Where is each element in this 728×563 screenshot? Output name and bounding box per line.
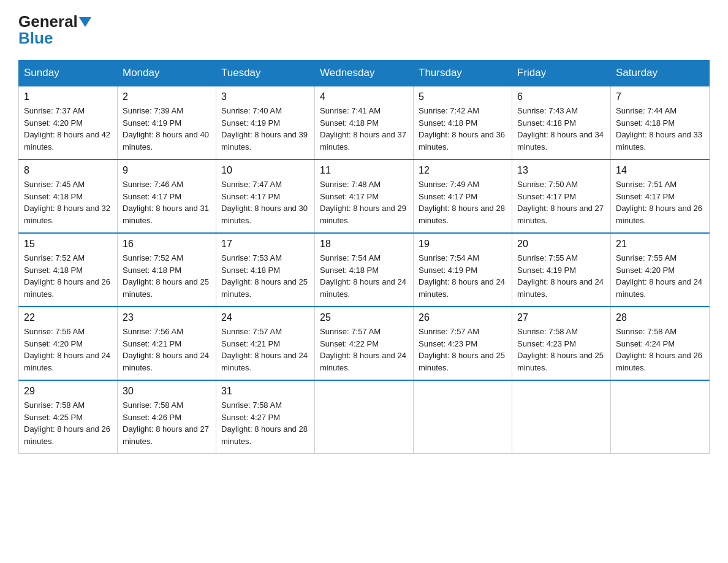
- day-number: 11: [320, 165, 408, 176]
- calendar-cell: 8 Sunrise: 7:45 AM Sunset: 4:18 PM Dayli…: [19, 159, 118, 233]
- day-number: 4: [320, 91, 408, 102]
- day-info: Sunrise: 7:58 AM Sunset: 4:25 PM Dayligh…: [24, 399, 112, 447]
- day-info: Sunrise: 7:51 AM Sunset: 4:17 PM Dayligh…: [616, 178, 704, 226]
- day-number: 29: [24, 386, 112, 397]
- day-info: Sunrise: 7:55 AM Sunset: 4:19 PM Dayligh…: [517, 252, 605, 300]
- weekday-header-monday: Monday: [118, 61, 216, 86]
- day-info: Sunrise: 7:42 AM Sunset: 4:18 PM Dayligh…: [419, 105, 507, 153]
- calendar-cell: 14 Sunrise: 7:51 AM Sunset: 4:17 PM Dayl…: [611, 159, 710, 233]
- day-number: 24: [221, 312, 309, 323]
- day-info: Sunrise: 7:39 AM Sunset: 4:19 PM Dayligh…: [123, 105, 211, 153]
- calendar-cell: 24 Sunrise: 7:57 AM Sunset: 4:21 PM Dayl…: [216, 307, 315, 380]
- weekday-header-sunday: Sunday: [19, 61, 118, 86]
- calendar-cell: 15 Sunrise: 7:52 AM Sunset: 4:18 PM Dayl…: [19, 233, 118, 307]
- weekday-header-saturday: Saturday: [611, 61, 710, 86]
- calendar-cell: [414, 380, 512, 454]
- calendar-cell: 1 Sunrise: 7:37 AM Sunset: 4:20 PM Dayli…: [19, 86, 118, 159]
- day-info: Sunrise: 7:50 AM Sunset: 4:17 PM Dayligh…: [517, 178, 605, 226]
- calendar-header-row: SundayMondayTuesdayWednesdayThursdayFrid…: [19, 61, 710, 86]
- calendar-cell: 3 Sunrise: 7:40 AM Sunset: 4:19 PM Dayli…: [216, 86, 315, 159]
- calendar-cell: 28 Sunrise: 7:58 AM Sunset: 4:24 PM Dayl…: [611, 307, 710, 380]
- day-info: Sunrise: 7:58 AM Sunset: 4:24 PM Dayligh…: [616, 326, 704, 373]
- calendar-cell: 4 Sunrise: 7:41 AM Sunset: 4:18 PM Dayli…: [315, 86, 414, 159]
- day-number: 27: [517, 312, 605, 323]
- calendar-cell: 2 Sunrise: 7:39 AM Sunset: 4:19 PM Dayli…: [118, 86, 216, 159]
- calendar-week-row: 15 Sunrise: 7:52 AM Sunset: 4:18 PM Dayl…: [19, 233, 710, 307]
- day-number: 6: [517, 91, 605, 102]
- day-info: Sunrise: 7:55 AM Sunset: 4:20 PM Dayligh…: [616, 252, 704, 300]
- day-info: Sunrise: 7:45 AM Sunset: 4:18 PM Dayligh…: [24, 178, 112, 226]
- day-number: 5: [419, 91, 507, 102]
- day-info: Sunrise: 7:56 AM Sunset: 4:20 PM Dayligh…: [24, 326, 112, 373]
- day-number: 3: [221, 91, 309, 102]
- day-number: 25: [320, 312, 408, 323]
- calendar-cell: 13 Sunrise: 7:50 AM Sunset: 4:17 PM Dayl…: [512, 159, 611, 233]
- calendar-cell: 22 Sunrise: 7:56 AM Sunset: 4:20 PM Dayl…: [19, 307, 118, 380]
- calendar-cell: 19 Sunrise: 7:54 AM Sunset: 4:19 PM Dayl…: [414, 233, 512, 307]
- calendar-week-row: 1 Sunrise: 7:37 AM Sunset: 4:20 PM Dayli…: [19, 86, 710, 159]
- day-info: Sunrise: 7:49 AM Sunset: 4:17 PM Dayligh…: [419, 178, 507, 226]
- day-info: Sunrise: 7:52 AM Sunset: 4:18 PM Dayligh…: [24, 252, 112, 300]
- calendar-cell: 31 Sunrise: 7:58 AM Sunset: 4:27 PM Dayl…: [216, 380, 315, 454]
- day-info: Sunrise: 7:57 AM Sunset: 4:21 PM Dayligh…: [221, 326, 309, 373]
- calendar-cell: 7 Sunrise: 7:44 AM Sunset: 4:18 PM Dayli…: [611, 86, 710, 159]
- calendar-cell: [611, 380, 710, 454]
- day-number: 15: [24, 239, 112, 250]
- day-number: 18: [320, 239, 408, 250]
- day-number: 19: [419, 239, 507, 250]
- day-number: 8: [24, 165, 112, 176]
- calendar-cell: 25 Sunrise: 7:57 AM Sunset: 4:22 PM Dayl…: [315, 307, 414, 380]
- day-number: 2: [123, 91, 211, 102]
- calendar-week-row: 8 Sunrise: 7:45 AM Sunset: 4:18 PM Dayli…: [19, 159, 710, 233]
- day-info: Sunrise: 7:53 AM Sunset: 4:18 PM Dayligh…: [221, 252, 309, 300]
- day-info: Sunrise: 7:40 AM Sunset: 4:19 PM Dayligh…: [221, 105, 309, 153]
- day-number: 16: [123, 239, 211, 250]
- logo: General Blue: [18, 12, 93, 48]
- calendar-cell: 17 Sunrise: 7:53 AM Sunset: 4:18 PM Dayl…: [216, 233, 315, 307]
- logo-triangle-icon: [79, 17, 91, 27]
- day-number: 30: [123, 386, 211, 397]
- calendar-cell: 12 Sunrise: 7:49 AM Sunset: 4:17 PM Dayl…: [414, 159, 512, 233]
- calendar-cell: 5 Sunrise: 7:42 AM Sunset: 4:18 PM Dayli…: [414, 86, 512, 159]
- calendar-cell: 29 Sunrise: 7:58 AM Sunset: 4:25 PM Dayl…: [19, 380, 118, 454]
- day-info: Sunrise: 7:37 AM Sunset: 4:20 PM Dayligh…: [24, 105, 112, 153]
- calendar-week-row: 29 Sunrise: 7:58 AM Sunset: 4:25 PM Dayl…: [19, 380, 710, 454]
- calendar-cell: [315, 380, 414, 454]
- logo-blue-text: Blue: [18, 29, 53, 47]
- day-number: 20: [517, 239, 605, 250]
- calendar-cell: 21 Sunrise: 7:55 AM Sunset: 4:20 PM Dayl…: [611, 233, 710, 307]
- calendar-cell: [512, 380, 611, 454]
- day-info: Sunrise: 7:52 AM Sunset: 4:18 PM Dayligh…: [123, 252, 211, 300]
- calendar-table: SundayMondayTuesdayWednesdayThursdayFrid…: [18, 60, 710, 454]
- calendar-cell: 26 Sunrise: 7:57 AM Sunset: 4:23 PM Dayl…: [414, 307, 512, 380]
- day-number: 13: [517, 165, 605, 176]
- day-number: 7: [616, 91, 704, 102]
- day-info: Sunrise: 7:56 AM Sunset: 4:21 PM Dayligh…: [123, 326, 211, 373]
- day-info: Sunrise: 7:41 AM Sunset: 4:18 PM Dayligh…: [320, 105, 408, 153]
- calendar-cell: 9 Sunrise: 7:46 AM Sunset: 4:17 PM Dayli…: [118, 159, 216, 233]
- day-info: Sunrise: 7:46 AM Sunset: 4:17 PM Dayligh…: [123, 178, 211, 226]
- day-info: Sunrise: 7:43 AM Sunset: 4:18 PM Dayligh…: [517, 105, 605, 153]
- calendar-cell: 23 Sunrise: 7:56 AM Sunset: 4:21 PM Dayl…: [118, 307, 216, 380]
- day-number: 10: [221, 165, 309, 176]
- calendar-cell: 11 Sunrise: 7:48 AM Sunset: 4:17 PM Dayl…: [315, 159, 414, 233]
- day-info: Sunrise: 7:58 AM Sunset: 4:26 PM Dayligh…: [123, 399, 211, 447]
- day-info: Sunrise: 7:44 AM Sunset: 4:18 PM Dayligh…: [616, 105, 704, 153]
- day-number: 21: [616, 239, 704, 250]
- weekday-header-thursday: Thursday: [414, 61, 512, 86]
- day-info: Sunrise: 7:57 AM Sunset: 4:22 PM Dayligh…: [320, 326, 408, 373]
- calendar-cell: 18 Sunrise: 7:54 AM Sunset: 4:18 PM Dayl…: [315, 233, 414, 307]
- calendar-cell: 10 Sunrise: 7:47 AM Sunset: 4:17 PM Dayl…: [216, 159, 315, 233]
- day-info: Sunrise: 7:47 AM Sunset: 4:17 PM Dayligh…: [221, 178, 309, 226]
- calendar-cell: 30 Sunrise: 7:58 AM Sunset: 4:26 PM Dayl…: [118, 380, 216, 454]
- day-number: 14: [616, 165, 704, 176]
- day-number: 31: [221, 386, 309, 397]
- day-number: 28: [616, 312, 704, 323]
- day-info: Sunrise: 7:48 AM Sunset: 4:17 PM Dayligh…: [320, 178, 408, 226]
- calendar-week-row: 22 Sunrise: 7:56 AM Sunset: 4:20 PM Dayl…: [19, 307, 710, 380]
- weekday-header-tuesday: Tuesday: [216, 61, 315, 86]
- day-number: 17: [221, 239, 309, 250]
- day-info: Sunrise: 7:54 AM Sunset: 4:19 PM Dayligh…: [419, 252, 507, 300]
- page-header: General Blue: [18, 12, 710, 48]
- weekday-header-friday: Friday: [512, 61, 611, 86]
